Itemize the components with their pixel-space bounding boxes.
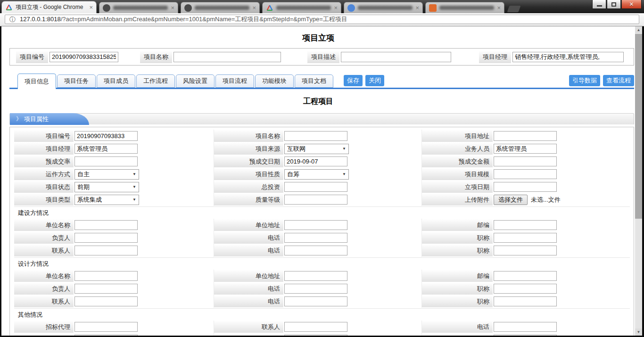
browser-tab[interactable]: × xyxy=(344,2,423,13)
field-input[interactable] xyxy=(494,131,557,141)
function-tab[interactable]: 项目流程 xyxy=(215,74,254,88)
field-input[interactable] xyxy=(284,335,347,336)
scroll-up-button[interactable]: ▲ xyxy=(635,26,642,33)
field-input[interactable] xyxy=(284,195,347,205)
project-form-table: 项目编号项目名称项目地址项目经理项目来源互联网▼业务人员预成交率预成交日期预成交… xyxy=(9,127,634,336)
action-buttons-left: 保存关闭 xyxy=(334,75,384,89)
field-input[interactable] xyxy=(74,246,138,255)
field-select[interactable]: 自筹▼ xyxy=(284,169,349,180)
info-icon[interactable]: ⓘ xyxy=(9,16,16,23)
field-label: 负责人 xyxy=(14,232,74,244)
action-button[interactable]: 关闭 xyxy=(365,75,384,86)
field-label: 项目来源 xyxy=(214,143,283,155)
field-input[interactable] xyxy=(284,271,347,281)
tab-close-icon[interactable]: × xyxy=(252,5,256,11)
field-input[interactable] xyxy=(494,246,557,255)
field-select[interactable]: 前期▼ xyxy=(74,182,139,192)
header-field-label: 项目经理 xyxy=(479,51,511,63)
scroll-down-icon: ▼ xyxy=(637,330,641,334)
field-input[interactable] xyxy=(284,131,347,141)
browser-tab[interactable]: × xyxy=(99,2,178,13)
function-tab[interactable]: 风险设置 xyxy=(176,74,215,88)
field-input[interactable] xyxy=(494,322,557,332)
action-button[interactable]: 保存 xyxy=(344,75,363,86)
field-input[interactable] xyxy=(494,296,557,306)
new-tab-button[interactable] xyxy=(507,6,520,12)
field-cell xyxy=(493,168,630,181)
field-input[interactable] xyxy=(74,335,138,336)
field-input[interactable] xyxy=(494,335,557,336)
vertical-scrollbar[interactable]: ▲ ▼ xyxy=(635,26,642,336)
function-tab[interactable]: 项目任务 xyxy=(57,74,96,88)
tab-close-icon[interactable]: × xyxy=(415,5,419,11)
field-input[interactable] xyxy=(284,322,347,332)
header-field-input[interactable] xyxy=(50,52,118,62)
field-select[interactable]: 自主▼ xyxy=(74,169,139,180)
function-tab[interactable]: 项目成员 xyxy=(97,74,135,88)
browser-tab[interactable]: × xyxy=(181,2,260,13)
field-input[interactable] xyxy=(284,182,347,192)
tab-close-icon[interactable]: × xyxy=(497,5,501,11)
choose-file-button[interactable]: 选择文件 xyxy=(494,195,528,205)
browser-tab[interactable]: × xyxy=(425,2,504,13)
field-input[interactable] xyxy=(284,246,347,255)
field-input[interactable] xyxy=(494,144,557,154)
orange-square-favicon-icon xyxy=(429,4,437,12)
field-input[interactable] xyxy=(74,296,138,306)
field-label: 项目状态 xyxy=(14,181,74,193)
close-button[interactable]: ✕ xyxy=(621,0,642,9)
field-label: 预成交金额 xyxy=(422,156,493,167)
field-cell: 自筹▼ xyxy=(283,168,422,181)
field-input[interactable] xyxy=(494,182,557,192)
background-tabs: ××××× xyxy=(97,2,504,13)
field-input[interactable] xyxy=(74,131,138,141)
field-input[interactable] xyxy=(74,233,138,243)
tab-close-icon[interactable]: × xyxy=(171,5,174,11)
header-field-input[interactable] xyxy=(512,52,624,62)
header-field-input[interactable] xyxy=(341,52,451,62)
function-tab[interactable]: 工作流程 xyxy=(136,74,175,88)
field-input[interactable] xyxy=(74,322,138,332)
form-row: 招标代理联系人电话 xyxy=(14,321,630,333)
function-tab[interactable]: 项目文档 xyxy=(295,74,333,88)
minimize-button[interactable] xyxy=(592,0,606,9)
field-input[interactable] xyxy=(284,220,347,230)
field-input[interactable] xyxy=(494,169,557,179)
field-input[interactable] xyxy=(74,284,138,294)
address-bar[interactable]: ⓘ 127.0.0.1:8018/?act=pmAdminMoban.pmCre… xyxy=(5,15,639,24)
action-button[interactable]: 引导数据 xyxy=(569,75,600,86)
field-cell xyxy=(283,333,422,336)
field-input[interactable] xyxy=(74,220,138,230)
file-status-text: 未选...文件 xyxy=(531,196,561,204)
field-input[interactable] xyxy=(494,156,557,166)
scrollbar-thumb[interactable] xyxy=(635,34,642,219)
field-label: 运作方式 xyxy=(14,168,74,180)
browser-tab-active[interactable]: 项目立项 - Google Chrome × xyxy=(1,1,97,13)
field-input[interactable] xyxy=(74,156,138,166)
function-tab[interactable]: 项目信息 xyxy=(17,74,56,89)
field-input[interactable] xyxy=(494,271,557,281)
action-button[interactable]: 查看流程 xyxy=(603,75,634,86)
browser-tab[interactable]: × xyxy=(262,2,341,13)
field-input[interactable] xyxy=(74,271,138,281)
header-field-input[interactable] xyxy=(173,52,281,62)
field-select[interactable]: 互联网▼ xyxy=(284,144,349,154)
dropdown-arrow-icon: ▼ xyxy=(132,197,136,202)
field-input[interactable] xyxy=(284,296,347,306)
field-input[interactable] xyxy=(74,144,138,154)
tab-close-icon[interactable]: × xyxy=(334,5,338,11)
tab-close-icon[interactable]: × xyxy=(89,4,93,10)
field-input[interactable] xyxy=(494,233,557,243)
scroll-down-button[interactable]: ▼ xyxy=(635,329,642,336)
field-input[interactable] xyxy=(284,156,347,166)
maximize-button[interactable] xyxy=(607,0,621,9)
field-input[interactable] xyxy=(284,233,347,243)
function-tabs-row: 项目信息项目任务项目成员工作流程风险设置项目流程功能模块项目文档 保存关闭 引导… xyxy=(9,74,634,89)
function-tab[interactable]: 功能模块 xyxy=(255,74,294,88)
field-select[interactable]: 系统集成▼ xyxy=(74,195,139,205)
field-input[interactable] xyxy=(494,284,557,294)
field-input[interactable] xyxy=(284,284,347,294)
field-cell xyxy=(283,193,422,206)
field-input[interactable] xyxy=(494,220,557,230)
field-label: 造价资询 xyxy=(14,334,74,336)
